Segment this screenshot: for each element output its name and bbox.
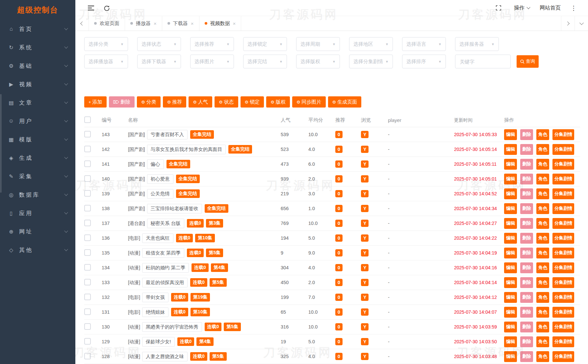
recommend-badge[interactable]: 0 bbox=[335, 175, 343, 182]
role-button[interactable]: 角色 bbox=[536, 174, 549, 184]
row-checkbox[interactable] bbox=[84, 323, 91, 330]
view-badge[interactable]: Y bbox=[361, 160, 369, 168]
row-checkbox[interactable] bbox=[84, 338, 91, 345]
delete-button[interactable]: 删除 bbox=[520, 144, 533, 155]
role-button[interactable]: 角色 bbox=[536, 351, 549, 362]
edit-button[interactable]: 编辑 bbox=[504, 322, 517, 332]
delete-button[interactable]: 删除 bbox=[520, 277, 533, 288]
filter-select[interactable]: 选择地区 ▼ bbox=[349, 37, 393, 51]
recommend-badge[interactable]: 0 bbox=[335, 294, 343, 301]
row-checkbox[interactable] bbox=[84, 160, 91, 167]
episodes-button[interactable]: 分集剧情 bbox=[552, 336, 574, 347]
recommend-badge[interactable]: 0 bbox=[335, 353, 343, 360]
filter-select[interactable]: 选择分类 ▼ bbox=[84, 37, 128, 51]
edit-button[interactable]: 编辑 bbox=[504, 307, 517, 318]
view-badge[interactable]: Y bbox=[361, 249, 369, 256]
delete-button[interactable]: 删除 bbox=[520, 322, 533, 332]
view-badge[interactable]: Y bbox=[361, 338, 369, 345]
tab-close-icon[interactable]: × bbox=[154, 21, 157, 26]
delete-button[interactable]: 删除 bbox=[520, 262, 533, 273]
delete-button[interactable]: 删除 bbox=[520, 336, 533, 347]
toolbar-button[interactable]: ⚙版权 bbox=[266, 96, 290, 108]
episodes-button[interactable]: 分集剧情 bbox=[552, 292, 574, 303]
row-checkbox[interactable] bbox=[84, 131, 91, 137]
view-badge[interactable]: Y bbox=[361, 353, 369, 360]
row-checkbox[interactable] bbox=[84, 264, 91, 271]
role-button[interactable]: 角色 bbox=[536, 203, 549, 214]
view-badge[interactable]: Y bbox=[361, 190, 369, 197]
filter-select[interactable]: 选择图片 ▼ bbox=[190, 55, 234, 68]
sidebar-item[interactable]: ▯ 应用 bbox=[0, 204, 75, 222]
episodes-button[interactable]: 分集剧情 bbox=[552, 203, 574, 214]
recommend-badge[interactable]: 0 bbox=[335, 338, 343, 345]
delete-button[interactable]: 删除 bbox=[520, 351, 533, 362]
role-button[interactable]: 角色 bbox=[536, 277, 549, 288]
tabs-scroll-left-button[interactable] bbox=[75, 16, 89, 31]
edit-button[interactable]: 编辑 bbox=[504, 292, 517, 303]
recommend-badge[interactable]: 0 bbox=[335, 160, 343, 168]
recommend-badge[interactable]: 0 bbox=[335, 323, 343, 330]
sidebar-item[interactable]: ↻ 系统 bbox=[0, 38, 75, 57]
row-checkbox[interactable] bbox=[84, 220, 91, 226]
role-button[interactable]: 角色 bbox=[536, 144, 549, 155]
recommend-badge[interactable]: 0 bbox=[335, 308, 343, 316]
episodes-button[interactable]: 分集剧情 bbox=[552, 188, 574, 199]
edit-button[interactable]: 编辑 bbox=[504, 262, 517, 273]
filter-select[interactable]: 选择排序 ▼ bbox=[402, 55, 446, 68]
sidebar-item[interactable]: ⚙ 基础 bbox=[0, 57, 75, 75]
sidebar-scrollbar[interactable] bbox=[0, 94, 2, 193]
toolbar-button[interactable]: +添加 bbox=[84, 96, 107, 108]
view-badge[interactable]: Y bbox=[361, 323, 369, 330]
page-tab[interactable]: 播放器 × bbox=[125, 16, 162, 31]
recommend-badge[interactable]: 0 bbox=[335, 249, 343, 256]
view-badge[interactable]: Y bbox=[361, 175, 369, 182]
edit-button[interactable]: 编辑 bbox=[504, 248, 517, 258]
row-checkbox[interactable] bbox=[84, 190, 91, 197]
sidebar-item[interactable]: ☺ 用户 bbox=[0, 112, 75, 130]
site-home-link[interactable]: 网站首页 bbox=[540, 5, 561, 12]
row-checkbox[interactable] bbox=[84, 308, 91, 315]
row-checkbox[interactable] bbox=[84, 294, 91, 300]
edit-button[interactable]: 编辑 bbox=[504, 336, 517, 347]
filter-select[interactable]: 选择推荐 ▼ bbox=[190, 37, 234, 51]
select-all-checkbox[interactable] bbox=[84, 116, 91, 123]
toolbar-button[interactable]: ⌦删除 bbox=[109, 96, 135, 108]
edit-button[interactable]: 编辑 bbox=[504, 351, 517, 362]
sidebar-item[interactable]: ▦ 模版 bbox=[0, 130, 75, 149]
recommend-badge[interactable]: 0 bbox=[335, 279, 343, 286]
delete-button[interactable]: 删除 bbox=[520, 307, 533, 318]
refresh-icon[interactable] bbox=[101, 2, 112, 13]
toolbar-button[interactable]: ⚙状态 bbox=[215, 96, 238, 108]
role-button[interactable]: 角色 bbox=[536, 307, 549, 318]
edit-button[interactable]: 编辑 bbox=[504, 188, 517, 199]
episodes-button[interactable]: 分集剧情 bbox=[552, 233, 574, 244]
edit-button[interactable]: 编辑 bbox=[504, 144, 517, 155]
filter-select[interactable]: 选择锁定 ▼ bbox=[243, 37, 287, 51]
view-badge[interactable]: Y bbox=[361, 205, 369, 212]
episodes-button[interactable]: 分集剧情 bbox=[552, 159, 574, 170]
episodes-button[interactable]: 分集剧情 bbox=[552, 144, 574, 155]
toolbar-button[interactable]: ⚙锁定 bbox=[241, 96, 264, 108]
delete-button[interactable]: 删除 bbox=[520, 233, 533, 244]
delete-button[interactable]: 删除 bbox=[520, 174, 533, 184]
delete-button[interactable]: 删除 bbox=[520, 159, 533, 170]
sidebar-item[interactable]: ◈ 生成 bbox=[0, 149, 75, 167]
delete-button[interactable]: 删除 bbox=[520, 188, 533, 199]
row-checkbox[interactable] bbox=[84, 249, 91, 256]
actions-dropdown[interactable]: 操作 bbox=[514, 5, 530, 12]
row-checkbox[interactable] bbox=[84, 279, 91, 285]
recommend-badge[interactable]: 0 bbox=[335, 264, 343, 271]
page-tab[interactable]: 下载器 × bbox=[162, 16, 199, 31]
tabs-scroll-right-button[interactable] bbox=[561, 16, 575, 31]
delete-button[interactable]: 删除 bbox=[520, 292, 533, 303]
episodes-button[interactable]: 分集剧情 bbox=[552, 351, 574, 362]
filter-select[interactable]: 选择版权 ▼ bbox=[296, 55, 340, 68]
sidebar-item[interactable]: ▤ 文章 bbox=[0, 93, 75, 112]
keyword-input[interactable] bbox=[455, 55, 511, 68]
episodes-button[interactable]: 分集剧情 bbox=[552, 174, 574, 184]
edit-button[interactable]: 编辑 bbox=[504, 218, 517, 229]
episodes-button[interactable]: 分集剧情 bbox=[552, 129, 574, 140]
sidebar-item[interactable]: ◇ 其他 bbox=[0, 241, 75, 259]
role-button[interactable]: 角色 bbox=[536, 322, 549, 332]
filter-select[interactable]: 选择完结 ▼ bbox=[243, 55, 287, 68]
